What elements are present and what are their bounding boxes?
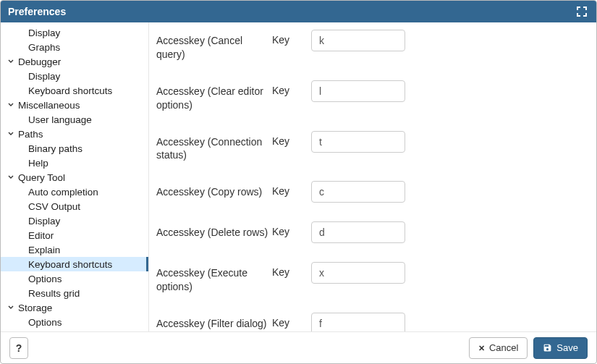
setting-label: Accesskey (Copy rows) [156,181,272,199]
key-input[interactable] [311,221,405,243]
form-row: Accesskey (Delete rows)Key [156,221,575,243]
tree-leaf[interactable]: Options [1,271,148,286]
help-button[interactable]: ? [9,337,28,359]
tree-leaf[interactable]: Display [1,69,148,83]
key-input[interactable] [311,80,405,102]
tree-item-label: Graphs [28,42,60,53]
tree-leaf[interactable]: Display [1,25,148,40]
tree-item-label: Auto completion [28,187,98,198]
save-button-label: Save [556,342,578,353]
field-label: Key [272,30,311,46]
key-input[interactable] [311,131,405,153]
form-row: Accesskey (Connection status)Key [156,131,575,163]
setting-label: Accesskey (Execute options) [156,262,272,294]
tree-item-label: Keyboard shortcuts [28,259,112,270]
chevron-down-icon [7,173,15,182]
chevron-down-icon [7,101,15,109]
tree-item-label: User language [28,114,92,125]
tree-item-label: Explain [28,245,60,255]
tree-item-label: Storage [18,302,52,313]
cancel-button[interactable]: Cancel [469,337,528,359]
tree-leaf[interactable]: Help [1,156,148,170]
tree-leaf[interactable]: Editor [1,228,148,242]
dialog-body: DisplayGraphsDebuggerDisplayKeyboard sho… [1,22,596,331]
field-label: Key [272,262,311,278]
form-row: Accesskey (Cancel query)Key [156,30,575,62]
field-label: Key [272,131,311,147]
tree-item-label: Editor [28,230,54,241]
setting-label: Accesskey (Delete rows) [156,221,272,240]
setting-label: Accesskey (Connection status) [156,131,272,163]
form-panel[interactable]: Accesskey (Cancel query)KeyAccesskey (Cl… [149,22,596,331]
tree-leaf[interactable]: Options [1,315,148,329]
tree-item-label: Display [28,27,60,38]
tree-item-label: Display [28,216,60,227]
form-row: Accesskey (Execute options)Key [156,262,575,294]
tree-leaf[interactable]: Display [1,213,148,228]
setting-label: Accesskey (Clear editor options) [156,80,272,112]
cancel-button-label: Cancel [489,342,518,353]
field-label: Key [272,313,311,329]
tree-leaf[interactable]: Explain [1,242,148,257]
tree-item-label: Display [28,71,60,82]
tree-leaf[interactable]: Keyboard shortcuts [1,83,148,98]
preferences-dialog: Preferences DisplayGraphsDebuggerDisplay… [0,0,597,364]
sidebar[interactable]: DisplayGraphsDebuggerDisplayKeyboard sho… [1,22,149,331]
maximize-icon[interactable] [575,4,589,19]
chevron-down-icon [7,57,15,66]
tree-item-label: Paths [18,129,43,140]
close-icon [478,342,485,353]
tree-leaf[interactable]: Results grid [1,286,148,300]
form-row: Accesskey (Clear editor options)Key [156,80,575,112]
save-button[interactable]: Save [533,337,588,359]
key-input[interactable] [311,181,405,203]
chevron-down-icon [7,130,15,138]
tree-item-label: CSV Output [28,201,80,212]
chevron-down-icon [7,303,15,312]
dialog-header: Preferences [1,1,596,22]
key-input[interactable] [311,262,405,284]
tree-branch[interactable]: Storage [1,300,148,315]
form-row: Accesskey (Copy rows)Key [156,181,575,203]
tree-item-label: Query Tool [18,172,65,183]
tree-item-label: Binary paths [28,143,82,154]
tree-branch[interactable]: Paths [1,127,148,141]
tree-item-label: Help [28,158,48,169]
tree-branch[interactable]: Query Tool [1,170,148,185]
tree-branch[interactable]: Miscellaneous [1,98,148,112]
setting-label: Accesskey (Filter dialog) [156,313,272,331]
tree-item-label: Results grid [28,288,80,299]
tree-branch[interactable]: Debugger [1,54,148,69]
tree-item-label: Options [28,317,62,328]
key-input[interactable] [311,30,405,51]
field-label: Key [272,80,311,96]
key-input[interactable] [311,313,405,331]
tree-leaf[interactable]: Binary paths [1,141,148,156]
tree-item-label: Keyboard shortcuts [28,85,112,96]
field-label: Key [272,221,311,237]
tree-leaf[interactable]: Auto completion [1,185,148,199]
tree-leaf[interactable]: Keyboard shortcuts [1,257,148,271]
setting-label: Accesskey (Cancel query) [156,30,272,62]
field-label: Key [272,181,311,197]
tree-leaf[interactable]: User language [1,112,148,127]
tree-item-label: Options [28,274,62,284]
save-icon [543,343,552,352]
tree-item-label: Miscellaneous [18,100,80,111]
tree-leaf[interactable]: Graphs [1,40,148,54]
tree-item-label: Debugger [18,56,61,67]
dialog-title: Preferences [8,6,575,17]
form-row: Accesskey (Filter dialog)Key [156,313,575,331]
tree-leaf[interactable]: CSV Output [1,199,148,213]
dialog-footer: ? Cancel Save [1,331,596,363]
